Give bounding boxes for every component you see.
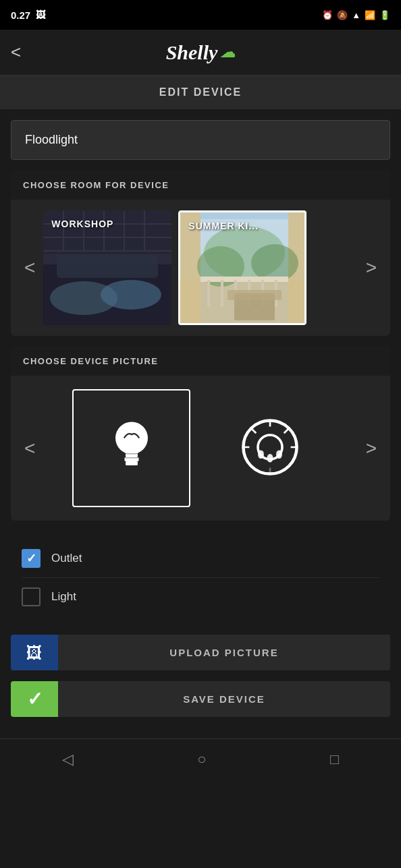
checkbox-section: ✓ Outlet Light bbox=[11, 531, 390, 624]
picture-bulb[interactable] bbox=[72, 389, 190, 507]
room-summer-label: SUMMER KI... bbox=[188, 221, 259, 231]
svg-line-47 bbox=[284, 429, 288, 433]
svg-rect-34 bbox=[126, 461, 138, 465]
choose-picture-card: CHOOSE DEVICE PICTURE < bbox=[11, 347, 390, 521]
svg-rect-35 bbox=[126, 453, 138, 455]
light-label: Light bbox=[51, 590, 76, 604]
time-display: 0.27 bbox=[11, 9, 30, 21]
back-button[interactable]: < bbox=[11, 42, 21, 63]
light-checkbox[interactable] bbox=[22, 587, 41, 606]
room-next-arrow[interactable]: > bbox=[358, 252, 385, 284]
alarm-icon: ⏰ bbox=[322, 10, 333, 20]
checkbox-row-light: Light bbox=[22, 578, 379, 616]
upload-text: UPLOAD PICTURE bbox=[58, 635, 390, 670]
svg-rect-23 bbox=[207, 280, 210, 307]
picture-sensor[interactable] bbox=[211, 389, 329, 507]
status-bar: 0.27 🖼 ⏰ 🔕 ▲ 📶 🔋 bbox=[0, 0, 401, 30]
room-items-container: WORKSHOP bbox=[43, 210, 357, 325]
room-workshop-label: WORKSHOP bbox=[51, 219, 113, 229]
bottom-nav: ◁ ○ □ bbox=[0, 739, 401, 779]
svg-point-37 bbox=[243, 420, 296, 473]
battery-icon: 🔋 bbox=[379, 10, 390, 20]
device-name-input[interactable] bbox=[11, 120, 390, 160]
choose-room-card: CHOOSE ROOM FOR DEVICE < bbox=[11, 171, 390, 336]
svg-line-46 bbox=[252, 429, 256, 433]
outlet-checkbox[interactable]: ✓ bbox=[22, 549, 41, 568]
svg-point-39 bbox=[258, 450, 264, 459]
svg-rect-4 bbox=[57, 251, 158, 278]
app-logo: Shelly ☁ bbox=[166, 41, 236, 64]
upload-icon: 🖼 bbox=[26, 643, 43, 662]
svg-point-21 bbox=[251, 244, 298, 282]
choose-picture-title: CHOOSE DEVICE PICTURE bbox=[11, 347, 390, 376]
bulb-icon bbox=[101, 417, 162, 480]
upload-picture-button[interactable]: 🖼 UPLOAD PICTURE bbox=[11, 635, 390, 670]
status-icons: ⏰ 🔕 ▲ 📶 🔋 bbox=[322, 10, 390, 20]
recents-nav-icon[interactable]: □ bbox=[330, 751, 339, 768]
room-carousel: < bbox=[11, 200, 390, 336]
list-item[interactable]: SUMMER KI... bbox=[178, 210, 306, 325]
choose-room-title: CHOOSE ROOM FOR DEVICE bbox=[11, 171, 390, 200]
logo-text: Shelly bbox=[166, 41, 218, 64]
back-nav-icon[interactable]: ◁ bbox=[62, 751, 74, 768]
svg-point-3 bbox=[101, 280, 161, 310]
picture-prev-arrow[interactable]: < bbox=[16, 432, 43, 465]
app-header: < Shelly ☁ bbox=[0, 30, 401, 76]
picture-carousel: < bbox=[11, 376, 390, 521]
checkbox-row-outlet: ✓ Outlet bbox=[22, 540, 379, 578]
svg-point-41 bbox=[276, 450, 282, 459]
photo-icon: 🖼 bbox=[36, 9, 45, 20]
svg-rect-5 bbox=[43, 210, 171, 254]
svg-point-40 bbox=[267, 453, 273, 462]
cloud-icon: ☁ bbox=[220, 44, 235, 61]
signal-icon: 📶 bbox=[365, 10, 375, 20]
svg-rect-36 bbox=[124, 457, 138, 459]
save-text: SAVE DEVICE bbox=[58, 681, 390, 717]
save-device-button[interactable]: ✓ SAVE DEVICE bbox=[11, 681, 390, 717]
svg-rect-30 bbox=[228, 290, 282, 300]
sensor-icon bbox=[240, 417, 300, 480]
outlet-label: Outlet bbox=[51, 552, 82, 565]
silent-icon: 🔕 bbox=[337, 10, 348, 20]
check-icon: ✓ bbox=[26, 551, 36, 566]
wifi-icon: ▲ bbox=[352, 10, 360, 20]
edit-device-title: EDIT DEVICE bbox=[0, 76, 401, 109]
content-area: CHOOSE ROOM FOR DEVICE < bbox=[0, 109, 401, 728]
svg-rect-24 bbox=[221, 280, 223, 307]
list-item[interactable]: WORKSHOP bbox=[43, 210, 171, 325]
picture-next-arrow[interactable]: > bbox=[358, 432, 385, 465]
save-check-icon: ✓ bbox=[27, 688, 43, 710]
save-check-icon-box: ✓ bbox=[11, 681, 58, 717]
upload-icon-box: 🖼 bbox=[11, 635, 58, 670]
picture-items-container bbox=[43, 389, 357, 507]
home-nav-icon[interactable]: ○ bbox=[197, 751, 206, 768]
room-prev-arrow[interactable]: < bbox=[16, 252, 43, 284]
svg-point-31 bbox=[115, 422, 148, 454]
status-time: 0.27 🖼 bbox=[11, 9, 45, 21]
